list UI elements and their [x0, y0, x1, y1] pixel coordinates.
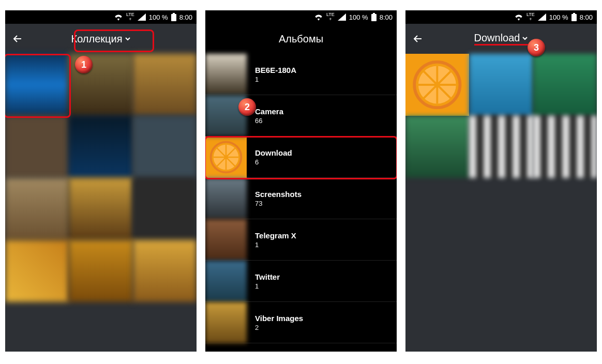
title-bar: Download: [405, 24, 597, 54]
grid-cell[interactable]: [5, 54, 69, 116]
status-bar: LTE+ 100 % 8:00: [5, 10, 197, 24]
orange-slice-icon: [209, 141, 243, 174]
svg-rect-3: [371, 14, 377, 21]
title-bar: Альбомы: [205, 24, 397, 54]
album-count: 1: [255, 282, 280, 290]
album-count: 6: [255, 158, 292, 166]
grid-cell[interactable]: [5, 116, 69, 178]
album-count: 73: [255, 200, 302, 207]
battery-percent: 100 %: [149, 13, 168, 21]
grid-cell[interactable]: [469, 54, 533, 116]
album-thumbnail: [205, 136, 247, 178]
page-title: Альбомы: [279, 33, 323, 45]
title-dropdown[interactable]: Коллекция: [71, 33, 130, 45]
album-name: Download: [255, 148, 292, 157]
svg-point-19: [434, 82, 441, 88]
lte-icon: LTE+: [526, 12, 535, 22]
status-bar: LTE+ 100 % 8:00: [205, 10, 397, 24]
grid-cell[interactable]: [69, 240, 132, 302]
album-count: 1: [255, 75, 296, 83]
phone-screen-2: LTE+ 100 % 8:00 Альбомы BE6E-180A 1 Came…: [205, 10, 397, 352]
svg-point-10: [224, 155, 228, 159]
svg-rect-0: [173, 13, 175, 14]
signal-icon: [138, 13, 146, 21]
grid-cell[interactable]: [133, 178, 197, 240]
clock: 8:00: [580, 13, 593, 21]
album-thumbnail: [205, 302, 247, 343]
back-button[interactable]: [5, 26, 30, 51]
album-row[interactable]: Screenshots 73: [205, 178, 397, 219]
wifi-icon: [114, 13, 123, 21]
grid-cell[interactable]: [133, 240, 197, 302]
album-count: 1: [255, 241, 296, 249]
arrow-left-icon: [11, 33, 24, 45]
grid-cell[interactable]: [133, 116, 197, 178]
album-name: Camera: [255, 107, 283, 116]
grid-cell[interactable]: [133, 54, 197, 116]
lte-icon: LTE+: [126, 12, 134, 22]
grid-cell[interactable]: [69, 116, 132, 178]
album-thumbnail: [205, 54, 247, 95]
signal-icon: [538, 13, 546, 21]
album-row[interactable]: Twitter 1: [205, 261, 397, 302]
svg-rect-1: [171, 14, 176, 21]
album-name: Twitter: [255, 272, 280, 281]
grid-cell[interactable]: [469, 116, 533, 178]
grid-cell[interactable]: [533, 116, 597, 178]
album-row[interactable]: Viber Images 2: [205, 302, 397, 343]
lte-icon: LTE+: [326, 12, 335, 22]
album-thumbnail: [205, 95, 247, 136]
orange-slice-icon: [412, 60, 463, 110]
page-title: Коллекция: [71, 33, 122, 45]
album-count: 2: [255, 324, 303, 331]
svg-rect-11: [573, 13, 575, 14]
album-thumbnail: [205, 219, 247, 261]
grid-cell[interactable]: [533, 54, 597, 116]
battery-icon: [171, 13, 176, 21]
chevron-down-icon: [125, 36, 131, 42]
album-name: BE6E-180A: [255, 66, 296, 74]
album-row[interactable]: Telegram X 1: [205, 219, 397, 261]
status-bar: LTE+ 100 % 8:00: [405, 10, 597, 24]
album-thumbnail: [205, 178, 247, 219]
grid-cell[interactable]: [69, 178, 132, 240]
phone-screen-1: LTE+ 100 % 8:00 Коллекция 1: [5, 10, 197, 352]
image-grid: [405, 54, 597, 178]
battery-percent: 100 %: [349, 13, 368, 21]
title-bar: Коллекция: [5, 24, 197, 54]
battery-percent: 100 %: [549, 13, 568, 21]
grid-cell[interactable]: [69, 54, 132, 116]
grid-cell[interactable]: [405, 54, 469, 116]
page-title: Download: [474, 32, 520, 44]
grid-cell[interactable]: [5, 178, 69, 240]
grid-cell[interactable]: [405, 116, 469, 178]
phone-screen-3: LTE+ 100 % 8:00 Download: [405, 10, 597, 352]
album-row-download[interactable]: Download 6: [205, 136, 397, 178]
album-name: Screenshots: [255, 190, 302, 199]
svg-rect-2: [373, 13, 375, 14]
battery-icon: [371, 13, 377, 21]
arrow-left-icon: [412, 33, 424, 45]
clock: 8:00: [179, 13, 192, 21]
svg-rect-12: [571, 14, 577, 21]
album-row[interactable]: BE6E-180A 1: [205, 54, 397, 95]
image-grid: [5, 54, 197, 302]
back-button[interactable]: [405, 26, 430, 51]
clock: 8:00: [380, 13, 393, 21]
chevron-down-icon: [522, 35, 528, 41]
album-row[interactable]: Camera 66: [205, 95, 397, 136]
grid-cell[interactable]: [5, 240, 69, 302]
album-list: BE6E-180A 1 Camera 66 Download: [205, 54, 397, 343]
wifi-icon: [314, 13, 323, 21]
signal-icon: [338, 13, 346, 21]
battery-icon: [571, 13, 577, 21]
album-name: Viber Images: [255, 314, 303, 323]
album-name: Telegram X: [255, 231, 296, 240]
album-thumbnail: [205, 261, 247, 302]
wifi-icon: [514, 13, 523, 21]
title-dropdown[interactable]: Download: [474, 32, 529, 46]
album-count: 66: [255, 117, 283, 125]
